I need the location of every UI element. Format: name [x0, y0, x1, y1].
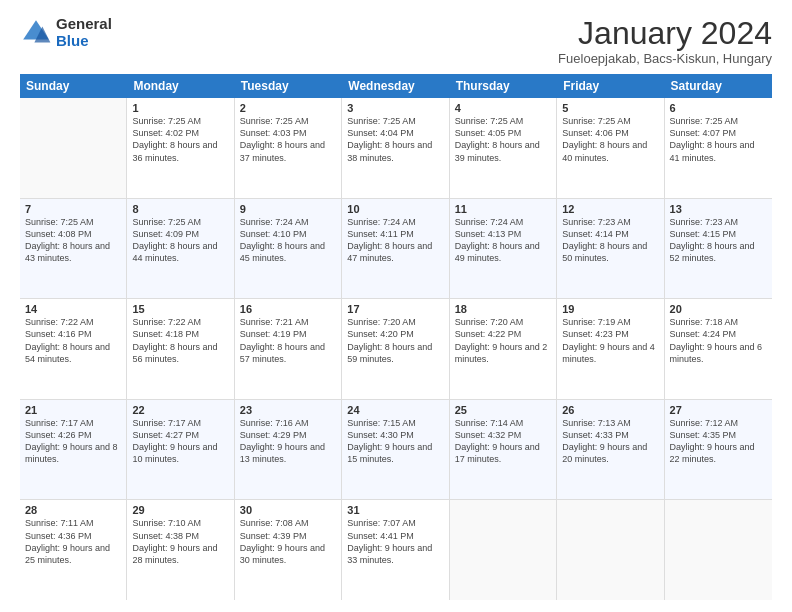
day-number: 8 — [132, 203, 228, 215]
day-number: 15 — [132, 303, 228, 315]
header-day-wednesday: Wednesday — [342, 74, 449, 98]
cell-info: Sunrise: 7:10 AMSunset: 4:38 PMDaylight:… — [132, 517, 228, 566]
day-number: 31 — [347, 504, 443, 516]
calendar-cell: 13Sunrise: 7:23 AMSunset: 4:15 PMDayligh… — [665, 199, 772, 299]
calendar-cell: 19Sunrise: 7:19 AMSunset: 4:23 PMDayligh… — [557, 299, 664, 399]
calendar-cell: 5Sunrise: 7:25 AMSunset: 4:06 PMDaylight… — [557, 98, 664, 198]
day-number: 14 — [25, 303, 121, 315]
day-number: 13 — [670, 203, 767, 215]
cell-info: Sunrise: 7:15 AMSunset: 4:30 PMDaylight:… — [347, 417, 443, 466]
calendar-week-4: 21Sunrise: 7:17 AMSunset: 4:26 PMDayligh… — [20, 400, 772, 501]
cell-info: Sunrise: 7:11 AMSunset: 4:36 PMDaylight:… — [25, 517, 121, 566]
title-block: January 2024 Fueloepjakab, Bacs-Kiskun, … — [558, 16, 772, 66]
cell-info: Sunrise: 7:14 AMSunset: 4:32 PMDaylight:… — [455, 417, 551, 466]
header-day-tuesday: Tuesday — [235, 74, 342, 98]
cell-info: Sunrise: 7:24 AMSunset: 4:11 PMDaylight:… — [347, 216, 443, 265]
calendar-cell: 31Sunrise: 7:07 AMSunset: 4:41 PMDayligh… — [342, 500, 449, 600]
calendar-cell: 27Sunrise: 7:12 AMSunset: 4:35 PMDayligh… — [665, 400, 772, 500]
cell-info: Sunrise: 7:25 AMSunset: 4:05 PMDaylight:… — [455, 115, 551, 164]
cell-info: Sunrise: 7:22 AMSunset: 4:18 PMDaylight:… — [132, 316, 228, 365]
day-number: 24 — [347, 404, 443, 416]
cell-info: Sunrise: 7:20 AMSunset: 4:20 PMDaylight:… — [347, 316, 443, 365]
cell-info: Sunrise: 7:25 AMSunset: 4:07 PMDaylight:… — [670, 115, 767, 164]
cell-info: Sunrise: 7:17 AMSunset: 4:26 PMDaylight:… — [25, 417, 121, 466]
cell-info: Sunrise: 7:20 AMSunset: 4:22 PMDaylight:… — [455, 316, 551, 365]
cell-info: Sunrise: 7:23 AMSunset: 4:15 PMDaylight:… — [670, 216, 767, 265]
cell-info: Sunrise: 7:16 AMSunset: 4:29 PMDaylight:… — [240, 417, 336, 466]
cell-info: Sunrise: 7:18 AMSunset: 4:24 PMDaylight:… — [670, 316, 767, 365]
day-number: 23 — [240, 404, 336, 416]
header-day-sunday: Sunday — [20, 74, 127, 98]
day-number: 12 — [562, 203, 658, 215]
cell-info: Sunrise: 7:25 AMSunset: 4:09 PMDaylight:… — [132, 216, 228, 265]
cell-info: Sunrise: 7:25 AMSunset: 4:08 PMDaylight:… — [25, 216, 121, 265]
calendar-cell — [20, 98, 127, 198]
calendar-cell: 10Sunrise: 7:24 AMSunset: 4:11 PMDayligh… — [342, 199, 449, 299]
calendar-cell: 6Sunrise: 7:25 AMSunset: 4:07 PMDaylight… — [665, 98, 772, 198]
calendar-cell — [450, 500, 557, 600]
day-number: 3 — [347, 102, 443, 114]
calendar-cell: 28Sunrise: 7:11 AMSunset: 4:36 PMDayligh… — [20, 500, 127, 600]
calendar-cell: 14Sunrise: 7:22 AMSunset: 4:16 PMDayligh… — [20, 299, 127, 399]
calendar-cell: 9Sunrise: 7:24 AMSunset: 4:10 PMDaylight… — [235, 199, 342, 299]
calendar-cell: 30Sunrise: 7:08 AMSunset: 4:39 PMDayligh… — [235, 500, 342, 600]
calendar-cell: 29Sunrise: 7:10 AMSunset: 4:38 PMDayligh… — [127, 500, 234, 600]
calendar-cell: 16Sunrise: 7:21 AMSunset: 4:19 PMDayligh… — [235, 299, 342, 399]
logo-general-text: General — [56, 16, 112, 33]
calendar-week-5: 28Sunrise: 7:11 AMSunset: 4:36 PMDayligh… — [20, 500, 772, 600]
day-number: 18 — [455, 303, 551, 315]
day-number: 2 — [240, 102, 336, 114]
cell-info: Sunrise: 7:13 AMSunset: 4:33 PMDaylight:… — [562, 417, 658, 466]
month-title: January 2024 — [558, 16, 772, 51]
calendar-cell: 17Sunrise: 7:20 AMSunset: 4:20 PMDayligh… — [342, 299, 449, 399]
day-number: 10 — [347, 203, 443, 215]
calendar-week-3: 14Sunrise: 7:22 AMSunset: 4:16 PMDayligh… — [20, 299, 772, 400]
cell-info: Sunrise: 7:17 AMSunset: 4:27 PMDaylight:… — [132, 417, 228, 466]
day-number: 17 — [347, 303, 443, 315]
calendar-cell: 12Sunrise: 7:23 AMSunset: 4:14 PMDayligh… — [557, 199, 664, 299]
calendar-cell: 23Sunrise: 7:16 AMSunset: 4:29 PMDayligh… — [235, 400, 342, 500]
day-number: 22 — [132, 404, 228, 416]
day-number: 5 — [562, 102, 658, 114]
calendar-cell: 20Sunrise: 7:18 AMSunset: 4:24 PMDayligh… — [665, 299, 772, 399]
day-number: 19 — [562, 303, 658, 315]
calendar-cell: 26Sunrise: 7:13 AMSunset: 4:33 PMDayligh… — [557, 400, 664, 500]
calendar-cell: 21Sunrise: 7:17 AMSunset: 4:26 PMDayligh… — [20, 400, 127, 500]
day-number: 6 — [670, 102, 767, 114]
calendar-cell: 25Sunrise: 7:14 AMSunset: 4:32 PMDayligh… — [450, 400, 557, 500]
calendar: SundayMondayTuesdayWednesdayThursdayFrid… — [20, 74, 772, 600]
calendar-cell: 18Sunrise: 7:20 AMSunset: 4:22 PMDayligh… — [450, 299, 557, 399]
calendar-cell: 24Sunrise: 7:15 AMSunset: 4:30 PMDayligh… — [342, 400, 449, 500]
cell-info: Sunrise: 7:25 AMSunset: 4:04 PMDaylight:… — [347, 115, 443, 164]
cell-info: Sunrise: 7:24 AMSunset: 4:13 PMDaylight:… — [455, 216, 551, 265]
calendar-cell: 8Sunrise: 7:25 AMSunset: 4:09 PMDaylight… — [127, 199, 234, 299]
header: General Blue January 2024 Fueloepjakab, … — [20, 16, 772, 66]
cell-info: Sunrise: 7:23 AMSunset: 4:14 PMDaylight:… — [562, 216, 658, 265]
calendar-week-2: 7Sunrise: 7:25 AMSunset: 4:08 PMDaylight… — [20, 199, 772, 300]
cell-info: Sunrise: 7:24 AMSunset: 4:10 PMDaylight:… — [240, 216, 336, 265]
day-number: 20 — [670, 303, 767, 315]
header-day-monday: Monday — [127, 74, 234, 98]
calendar-cell: 11Sunrise: 7:24 AMSunset: 4:13 PMDayligh… — [450, 199, 557, 299]
cell-info: Sunrise: 7:19 AMSunset: 4:23 PMDaylight:… — [562, 316, 658, 365]
calendar-cell: 15Sunrise: 7:22 AMSunset: 4:18 PMDayligh… — [127, 299, 234, 399]
page: General Blue January 2024 Fueloepjakab, … — [0, 0, 792, 612]
day-number: 28 — [25, 504, 121, 516]
calendar-cell: 1Sunrise: 7:25 AMSunset: 4:02 PMDaylight… — [127, 98, 234, 198]
header-day-friday: Friday — [557, 74, 664, 98]
day-number: 11 — [455, 203, 551, 215]
calendar-cell: 22Sunrise: 7:17 AMSunset: 4:27 PMDayligh… — [127, 400, 234, 500]
calendar-cell: 2Sunrise: 7:25 AMSunset: 4:03 PMDaylight… — [235, 98, 342, 198]
day-number: 4 — [455, 102, 551, 114]
calendar-cell: 7Sunrise: 7:25 AMSunset: 4:08 PMDaylight… — [20, 199, 127, 299]
cell-info: Sunrise: 7:25 AMSunset: 4:03 PMDaylight:… — [240, 115, 336, 164]
cell-info: Sunrise: 7:25 AMSunset: 4:06 PMDaylight:… — [562, 115, 658, 164]
cell-info: Sunrise: 7:21 AMSunset: 4:19 PMDaylight:… — [240, 316, 336, 365]
cell-info: Sunrise: 7:25 AMSunset: 4:02 PMDaylight:… — [132, 115, 228, 164]
day-number: 30 — [240, 504, 336, 516]
header-day-saturday: Saturday — [665, 74, 772, 98]
header-day-thursday: Thursday — [450, 74, 557, 98]
calendar-cell: 3Sunrise: 7:25 AMSunset: 4:04 PMDaylight… — [342, 98, 449, 198]
calendar-week-1: 1Sunrise: 7:25 AMSunset: 4:02 PMDaylight… — [20, 98, 772, 199]
day-number: 27 — [670, 404, 767, 416]
